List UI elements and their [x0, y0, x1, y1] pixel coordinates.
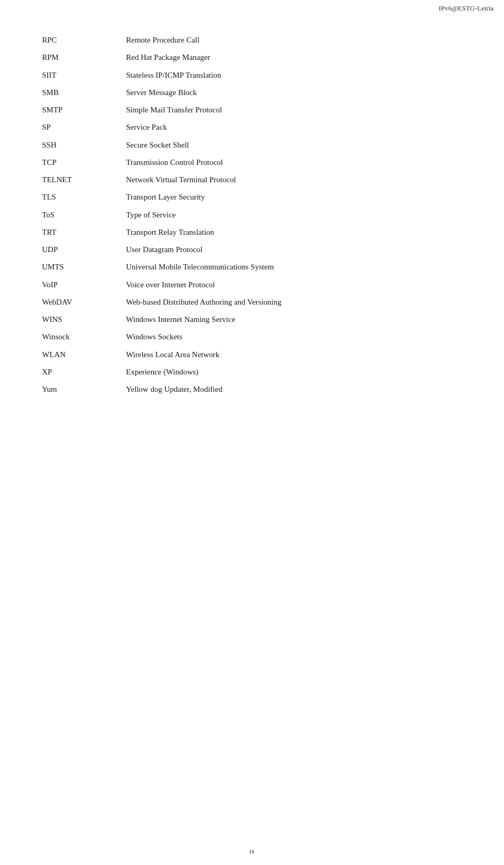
definition-cell: Windows Internet Naming Service	[126, 311, 462, 328]
definition-cell: User Datagram Protocol	[126, 241, 462, 258]
table-row: UMTSUniversal Mobile Telecommunications …	[42, 258, 462, 276]
definition-cell: Stateless IP/ICMP Translation	[126, 67, 462, 84]
table-row: TRTTransport Relay Translation	[42, 224, 462, 241]
abbreviation-cell: TLS	[42, 189, 126, 206]
abbreviation-cell: SMB	[42, 84, 126, 101]
definition-cell: Secure Socket Shell	[126, 137, 462, 154]
header-label: IPv6@ESTG-Leiria	[439, 4, 494, 12]
definition-cell: Network Virtual Terminal Protocol	[126, 171, 462, 189]
abbreviation-cell: XP	[42, 363, 126, 381]
table-row: WebDAVWeb-based Distributed Authoring an…	[42, 294, 462, 311]
table-row: RPCRemote Procedure Call	[42, 32, 462, 49]
abbreviation-cell: TCP	[42, 154, 126, 171]
table-row: WLANWireless Local Area Network	[42, 346, 462, 363]
table-row: XPExperience (Windows)	[42, 363, 462, 381]
table-row: TLSTransport Layer Security	[42, 189, 462, 206]
table-row: VoIPVoice over Internet Protocol	[42, 276, 462, 294]
definition-cell: Type of Service	[126, 206, 462, 224]
abbreviation-cell: RPC	[42, 32, 126, 49]
definition-cell: Simple Mail Transfer Protocol	[126, 101, 462, 119]
definition-cell: Universal Mobile Telecommunications Syst…	[126, 258, 462, 276]
table-row: WinsockWindows Sockets	[42, 328, 462, 346]
table-row: TELNETNetwork Virtual Terminal Protocol	[42, 171, 462, 189]
definition-cell: Remote Procedure Call	[126, 32, 462, 49]
abbreviation-cell: WebDAV	[42, 294, 126, 311]
table-row: SPService Pack	[42, 119, 462, 136]
definition-cell: Transmission Control Protocol	[126, 154, 462, 171]
abbreviation-cell: Yum	[42, 381, 126, 398]
abbreviation-cell: SP	[42, 119, 126, 136]
table-row: YumYellow dog Updater, Modified	[42, 381, 462, 398]
abbreviation-cell: ToS	[42, 206, 126, 224]
abbreviation-cell: WINS	[42, 311, 126, 328]
abbreviation-cell: WLAN	[42, 346, 126, 363]
table-row: ToSType of Service	[42, 206, 462, 224]
definition-cell: Yellow dog Updater, Modified	[126, 381, 462, 398]
table-row: TCPTransmission Control Protocol	[42, 154, 462, 171]
abbreviation-cell: TELNET	[42, 171, 126, 189]
definition-cell: Web-based Distributed Authoring and Vers…	[126, 294, 462, 311]
definition-cell: Windows Sockets	[126, 328, 462, 346]
table-row: SMBServer Message Block	[42, 84, 462, 101]
abbreviation-cell: UDP	[42, 241, 126, 258]
abbreviation-cell: UMTS	[42, 258, 126, 276]
page-footer: ix	[249, 847, 255, 856]
definition-cell: Voice over Internet Protocol	[126, 276, 462, 294]
abbreviation-cell: RPM	[42, 49, 126, 66]
abbreviation-cell: VoIP	[42, 276, 126, 294]
definition-cell: Experience (Windows)	[126, 363, 462, 381]
definition-cell: Service Pack	[126, 119, 462, 136]
footer-page-number: ix	[249, 847, 255, 855]
acronym-table: RPCRemote Procedure CallRPMRed Hat Packa…	[42, 32, 462, 398]
abbreviation-cell: SIIT	[42, 67, 126, 84]
page-header: IPv6@ESTG-Leiria	[439, 4, 494, 13]
table-row: SMTPSimple Mail Transfer Protocol	[42, 101, 462, 119]
abbreviation-cell: SSH	[42, 137, 126, 154]
abbreviation-cell: SMTP	[42, 101, 126, 119]
abbreviation-cell: Winsock	[42, 328, 126, 346]
table-row: UDPUser Datagram Protocol	[42, 241, 462, 258]
main-content: RPCRemote Procedure CallRPMRed Hat Packa…	[0, 0, 504, 440]
definition-cell: Wireless Local Area Network	[126, 346, 462, 363]
definition-cell: Server Message Block	[126, 84, 462, 101]
definition-cell: Transport Layer Security	[126, 189, 462, 206]
definition-cell: Red Hat Package Manager	[126, 49, 462, 66]
table-row: WINSWindows Internet Naming Service	[42, 311, 462, 328]
abbreviation-cell: TRT	[42, 224, 126, 241]
table-row: SIITStateless IP/ICMP Translation	[42, 67, 462, 84]
table-row: SSHSecure Socket Shell	[42, 137, 462, 154]
definition-cell: Transport Relay Translation	[126, 224, 462, 241]
table-row: RPMRed Hat Package Manager	[42, 49, 462, 66]
